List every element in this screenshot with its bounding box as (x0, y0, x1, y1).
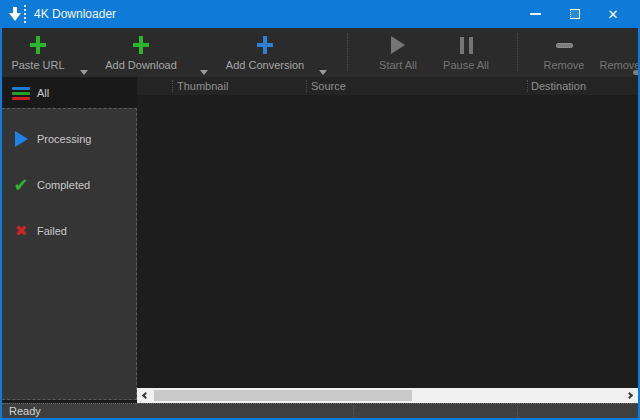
toolbar: Paste URL Add Download Add Conversion St… (2, 28, 638, 77)
minimize-button[interactable] (516, 0, 554, 28)
play-icon (391, 36, 405, 54)
logo-dotted-line (24, 5, 26, 23)
sidebar-item-label: Failed (37, 225, 67, 237)
scroll-left-icon[interactable] (142, 392, 149, 399)
scroll-right-icon[interactable] (626, 392, 633, 399)
sidebar-item-label: All (37, 87, 49, 99)
column-header-destination[interactable]: Destination (531, 80, 586, 92)
horizontal-scrollbar[interactable] (137, 388, 638, 403)
chevron-down-icon (80, 70, 88, 75)
pause-icon (460, 37, 473, 54)
statusbar-separator (517, 406, 518, 417)
statusbar-separator (353, 406, 354, 417)
remove-button[interactable]: Remove (530, 32, 598, 76)
sidebar-item-processing[interactable]: Processing (2, 125, 136, 153)
sidebar-item-label: Processing (37, 133, 91, 145)
status-text: Ready (9, 405, 41, 417)
sidebar-item-failed[interactable]: ✖ Failed (2, 217, 136, 245)
column-header-thumbnail[interactable]: Thumbnail (177, 80, 228, 92)
sidebar: Processing ✔ Completed ✖ Failed (2, 108, 137, 400)
sidebar-item-label: Completed (37, 179, 90, 191)
pause-all-button[interactable]: Pause All (432, 32, 500, 76)
minimize-icon (530, 13, 541, 15)
remove-label: Remove (544, 59, 585, 71)
add-conversion-label: Add Conversion (226, 59, 304, 71)
start-all-label: Start All (379, 59, 417, 71)
sidebar-item-completed[interactable]: ✔ Completed (2, 171, 136, 199)
start-all-button[interactable]: Start All (362, 32, 434, 76)
play-icon (12, 131, 30, 147)
chevron-down-icon (200, 70, 208, 75)
column-separator (306, 80, 307, 92)
chevron-down-icon (319, 70, 327, 75)
toolbar-separator (517, 33, 518, 71)
app-window: 4K Downloader ✕ Paste URL Add Download A… (0, 0, 640, 420)
sidebar-item-all[interactable]: All (2, 78, 137, 108)
list-header: Thumbnail Source Destination (137, 77, 638, 95)
add-conversion-button[interactable]: Add Conversion (222, 32, 308, 76)
paste-url-label: Paste URL (11, 59, 64, 71)
maximize-button[interactable] (556, 0, 594, 28)
download-list (137, 95, 638, 388)
download-arrow-icon (9, 6, 21, 22)
column-separator (172, 80, 173, 92)
column-header-source[interactable]: Source (311, 80, 346, 92)
status-bar: Ready (2, 403, 638, 418)
check-icon: ✔ (12, 176, 30, 194)
toolbar-separator (347, 33, 348, 71)
plus-icon (133, 36, 149, 54)
column-separator (527, 80, 528, 92)
window-border (0, 28, 2, 420)
close-button[interactable]: ✕ (594, 0, 632, 28)
scrollbar-thumb[interactable] (154, 390, 412, 401)
cross-icon: ✖ (12, 224, 30, 239)
add-download-label: Add Download (105, 59, 177, 71)
title-bar: 4K Downloader ✕ (0, 0, 640, 28)
plus-icon (257, 36, 273, 54)
pause-all-label: Pause All (443, 59, 489, 71)
minus-icon (556, 43, 573, 48)
filter-all-icon (12, 87, 30, 100)
window-title: 4K Downloader (34, 7, 116, 21)
maximize-icon (570, 9, 580, 19)
paste-url-button[interactable]: Paste URL (6, 32, 70, 76)
close-icon: ✕ (608, 8, 619, 21)
app-logo-icon (9, 4, 26, 24)
add-download-button[interactable]: Add Download (103, 32, 179, 76)
plus-icon (30, 36, 46, 54)
